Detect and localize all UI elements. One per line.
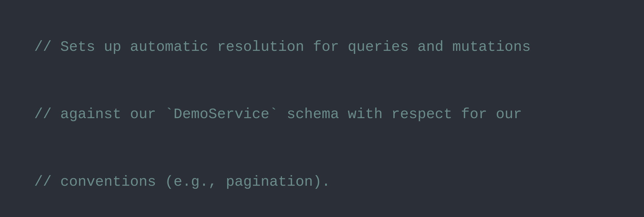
code-block: // Sets up automatic resolution for quer… (0, 0, 644, 217)
comment-line-1: // Sets up automatic resolution for quer… (34, 39, 531, 55)
comment-line-2: // against our `DemoService` schema with… (34, 106, 522, 123)
comment-line-3: // conventions (e.g., pagination). (34, 174, 330, 190)
